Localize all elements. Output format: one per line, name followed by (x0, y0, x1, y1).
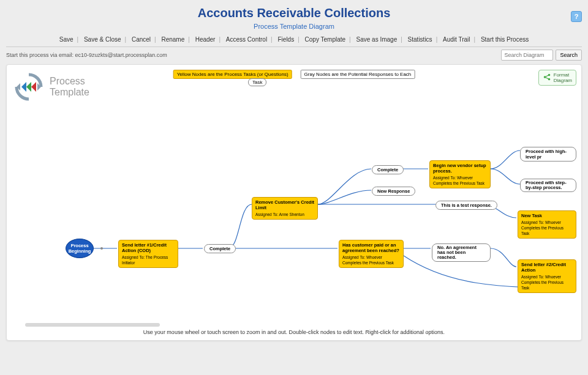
page-title: Accounts Receivable Collections (0, 6, 588, 20)
node-response-complete-2[interactable]: Complete (372, 165, 404, 174)
toolbar-save-close[interactable]: Save & Close (80, 36, 125, 43)
toolbar: Save| Save & Close| Cancel| Rename| Head… (0, 36, 588, 45)
node-response-new-response[interactable]: New Response (372, 187, 415, 196)
horizontal-scrollbar[interactable] (25, 323, 160, 327)
search-button[interactable]: Search (556, 50, 582, 61)
page-subtitle: Process Template Diagram (0, 23, 588, 30)
node-task-send-letter-1[interactable]: Send letter #1/Credit Action (COD) Assig… (118, 240, 178, 268)
node-response-test[interactable]: This is a test response. (435, 201, 497, 210)
svg-point-10 (100, 247, 103, 250)
toolbar-cancel[interactable]: Cancel (128, 36, 154, 43)
toolbar-rename[interactable]: Rename (157, 36, 188, 43)
node-response-step-by-step[interactable]: Proceed with step-by-step process. (520, 179, 576, 192)
toolbar-access-control[interactable]: Access Control (222, 36, 271, 43)
help-button[interactable]: ? (571, 11, 582, 22)
toolbar-audit-trail[interactable]: Audit Trail (439, 36, 473, 43)
toolbar-fields[interactable]: Fields (274, 36, 298, 43)
search-input[interactable] (501, 50, 553, 61)
toolbar-statistics[interactable]: Statistics (404, 36, 436, 43)
node-response-no-agreement[interactable]: No. An agreement has not been reached. (432, 243, 491, 262)
diagram-canvas[interactable]: Process Template Yellow Nodes are the Pr… (6, 64, 582, 341)
node-process-beginning[interactable]: Process Beginning (66, 239, 94, 258)
node-task-send-letter-2[interactable]: Send letter #2/Credit Action Assigned To… (518, 259, 576, 293)
footer-hint: Use your mouse wheel or touch screen to … (7, 329, 581, 335)
node-task-has-customer-paid[interactable]: Has customer paid or an agreement been r… (339, 240, 404, 268)
node-response-high-level[interactable]: Proceed with high-level pr (520, 147, 576, 162)
toolbar-start-process[interactable]: Start this Process (477, 36, 532, 43)
toolbar-header[interactable]: Header (192, 36, 219, 43)
node-task-remove-credit-limit[interactable]: Remove Customer's Credit Limit Assigned … (252, 197, 318, 220)
node-response-complete-1[interactable]: Complete (204, 244, 236, 253)
node-task-new-task[interactable]: New Task Assigned To: Whoever Completes … (518, 210, 576, 239)
start-email-hint: Start this process via email: ec10-9zuzk… (6, 52, 167, 58)
toolbar-save[interactable]: Save (56, 36, 77, 43)
toolbar-copy-template[interactable]: Copy Template (301, 36, 350, 43)
toolbar-save-image[interactable]: Save as Image (353, 36, 401, 43)
node-task-begin-vendor-setup[interactable]: Begin new vendor setup process. Assigned… (429, 160, 491, 188)
connectors (7, 65, 582, 328)
